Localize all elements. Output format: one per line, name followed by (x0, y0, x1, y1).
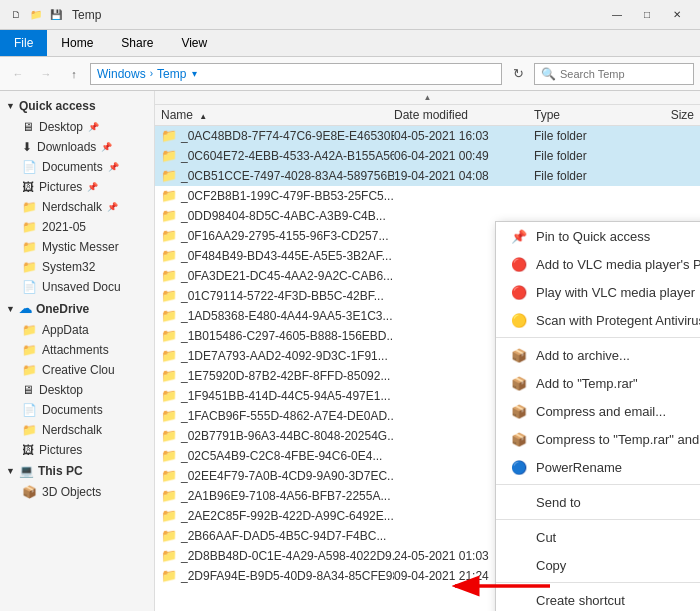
table-row[interactable]: 📁 _0C604E72-4EBB-4533-A42A-B155A56864...… (155, 146, 700, 166)
sidebar-item-documents[interactable]: 📄 Documents 📌 (0, 157, 154, 177)
ctx-menu-item[interactable]: Create shortcut (496, 586, 700, 611)
sidebar-item-2021-05[interactable]: 📁 2021-05 (0, 217, 154, 237)
sort-arrow-name: ▲ (199, 112, 207, 121)
sidebar-item-downloads[interactable]: ⬇ Downloads 📌 (0, 137, 154, 157)
ctx-menu-item[interactable]: 📌Pin to Quick access (496, 222, 700, 250)
ctx-item-icon: 🔴 (510, 283, 528, 301)
tab-home[interactable]: Home (47, 30, 107, 56)
path-part-temp[interactable]: Temp (157, 67, 186, 81)
sidebar-item-system32[interactable]: 📁 System32 (0, 257, 154, 277)
sidebar-this-pc[interactable]: ▼ 💻 This PC (0, 460, 154, 482)
column-size[interactable]: Size (634, 108, 694, 122)
cc-icon: 📁 (22, 363, 37, 377)
sort-up-arrow[interactable]: ▲ (155, 91, 700, 105)
sidebar-item-nerdschalk-od[interactable]: 📁 Nerdschalk (0, 420, 154, 440)
folder-icon-sm: 📁 (161, 268, 177, 283)
attach-icon: 📁 (22, 343, 37, 357)
table-row[interactable]: 📁 _0CB51CCE-7497-4028-83A4-589756BEC... … (155, 166, 700, 186)
pin-icon-nerdschalk: 📌 (107, 202, 118, 212)
sidebar-this-pc-label: This PC (38, 464, 83, 478)
file-name-text: _2D9FA94E-B9D5-40D9-8A34-85CFE98CF... (181, 569, 394, 583)
sidebar-item-creative-cloud[interactable]: 📁 Creative Clou (0, 360, 154, 380)
sidebar-item-documents-od[interactable]: 📄 Documents (0, 400, 154, 420)
sidebar-item-3d-objects[interactable]: 📦 3D Objects (0, 482, 154, 502)
ctx-menu-item[interactable]: 🔵PowerRename (496, 453, 700, 481)
ctx-menu-item[interactable]: Cut (496, 523, 700, 551)
ctx-menu-item[interactable]: 📦Compress to "Temp.rar" and email (496, 425, 700, 453)
ctx-item-label: Create shortcut (536, 593, 625, 608)
column-date[interactable]: Date modified (394, 108, 534, 122)
ctx-menu-item[interactable]: 🟡Scan with Protegent Antivirus Cloud (496, 306, 700, 334)
sidebar-item-desktop-od[interactable]: 🖥 Desktop (0, 380, 154, 400)
folder-icon-sm: 📁 (161, 248, 177, 263)
column-name[interactable]: Name ▲ (161, 108, 394, 122)
ctx-menu-item[interactable]: 📦Compress and email... (496, 397, 700, 425)
file-name-text: _0F16AA29-2795-4155-96F3-CD257... (181, 229, 388, 243)
file-name-text: _2D8BB48D-0C1E-4A29-A598-4022D9... (181, 549, 394, 563)
sidebar-quick-access[interactable]: ▼ Quick access (0, 95, 154, 117)
pictures-icon: 🖼 (22, 180, 34, 194)
file-name-text: _0AC48BD8-7F74-47C6-9E8E-E46530E99891 (181, 129, 394, 143)
pin-icon-downloads: 📌 (101, 142, 112, 152)
tab-share[interactable]: Share (107, 30, 167, 56)
sidebar-item-label: Nerdschalk (42, 423, 102, 437)
onedrive-icon: ☁ (19, 301, 32, 316)
back-button[interactable]: ← (6, 62, 30, 86)
file-name-text: _02C5A4B9-C2C8-4FBE-94C6-0E4... (181, 449, 382, 463)
folder-icon-sm: 📁 (161, 468, 177, 483)
address-path[interactable]: Windows › Temp ▾ (90, 63, 502, 85)
folder-icon-sm: 📁 (161, 208, 177, 223)
search-box[interactable]: 🔍 (534, 63, 694, 85)
main-area: ▼ Quick access 🖥 Desktop 📌 ⬇ Downloads 📌… (0, 91, 700, 611)
refresh-button[interactable]: ↻ (506, 62, 530, 86)
sidebar-item-mystic-messer[interactable]: 📁 Mystic Messer (0, 237, 154, 257)
sidebar-onedrive[interactable]: ▼ ☁ OneDrive (0, 297, 154, 320)
ctx-item-label: Scan with Protegent Antivirus Cloud (536, 313, 700, 328)
ctx-menu-item[interactable]: Copy (496, 551, 700, 579)
file-name-text: _1E75920D-87B2-42BF-8FFD-85092... (181, 369, 390, 383)
sidebar-item-unsaved[interactable]: 📄 Unsaved Docu (0, 277, 154, 297)
sidebar-item-label: Creative Clou (42, 363, 115, 377)
ctx-menu-item[interactable]: Send to (496, 488, 700, 516)
folder-icon-sm: 📁 (161, 308, 177, 323)
file-name-text: _02EE4F79-7A0B-4CD9-9A90-3D7EC... (181, 469, 394, 483)
context-menu: 📌Pin to Quick access🔴Add to VLC media pl… (495, 221, 700, 611)
save-icon: 💾 (48, 7, 64, 23)
sidebar-item-label: Attachments (42, 343, 109, 357)
table-row[interactable]: 📁 _0AC48BD8-7F74-47C6-9E8E-E46530E99891 … (155, 126, 700, 146)
folder-icon-sm: 📁 (161, 428, 177, 443)
up-button[interactable]: ↑ (62, 62, 86, 86)
file-name-text: _2B66AAF-DAD5-4B5C-94D7-F4BC... (181, 529, 386, 543)
folder-icon-sm: 📁 (161, 568, 177, 583)
table-row[interactable]: 📁 _0CF2B8B1-199C-479F-BB53-25FC5... (155, 186, 700, 206)
ctx-menu-item[interactable]: 📦Add to archive... (496, 341, 700, 369)
sidebar-item-nerdschalk[interactable]: 📁 Nerdschalk 📌 (0, 197, 154, 217)
tab-view[interactable]: View (167, 30, 221, 56)
ctx-menu-item[interactable]: 🔴Add to VLC media player's Playlist (496, 250, 700, 278)
search-input[interactable] (560, 68, 698, 80)
path-part-windows[interactable]: Windows (97, 67, 146, 81)
sidebar-item-desktop[interactable]: 🖥 Desktop 📌 (0, 117, 154, 137)
tab-file[interactable]: File (0, 30, 47, 56)
close-button[interactable]: ✕ (662, 0, 692, 30)
path-dropdown[interactable]: ▾ (192, 68, 197, 79)
sidebar-item-attachments[interactable]: 📁 Attachments (0, 340, 154, 360)
ctx-item-icon: 🟡 (510, 311, 528, 329)
maximize-button[interactable]: □ (632, 0, 662, 30)
forward-button[interactable]: → (34, 62, 58, 86)
ctx-item-icon (510, 556, 528, 574)
file-name-text: _0FA3DE21-DC45-4AA2-9A2C-CAB6... (181, 269, 393, 283)
ctx-menu-item[interactable]: 🔴Play with VLC media player (496, 278, 700, 306)
ctx-menu-item[interactable]: 📦Add to "Temp.rar" (496, 369, 700, 397)
sidebar-item-appdata[interactable]: 📁 AppData (0, 320, 154, 340)
ribbon-tabs: File Home Share View (0, 30, 700, 56)
minimize-button[interactable]: — (602, 0, 632, 30)
nerd-od-icon: 📁 (22, 423, 37, 437)
sidebar-item-pictures-od[interactable]: 🖼 Pictures (0, 440, 154, 460)
file-name-text: _2A1B96E9-7108-4A56-BFB7-2255A... (181, 489, 390, 503)
file-name-text: _2AE2C85F-992B-422D-A99C-6492E... (181, 509, 394, 523)
sidebar-item-pictures[interactable]: 🖼 Pictures 📌 (0, 177, 154, 197)
sidebar-item-label: 2021-05 (42, 220, 86, 234)
window-controls: — □ ✕ (602, 0, 692, 30)
column-type[interactable]: Type (534, 108, 634, 122)
